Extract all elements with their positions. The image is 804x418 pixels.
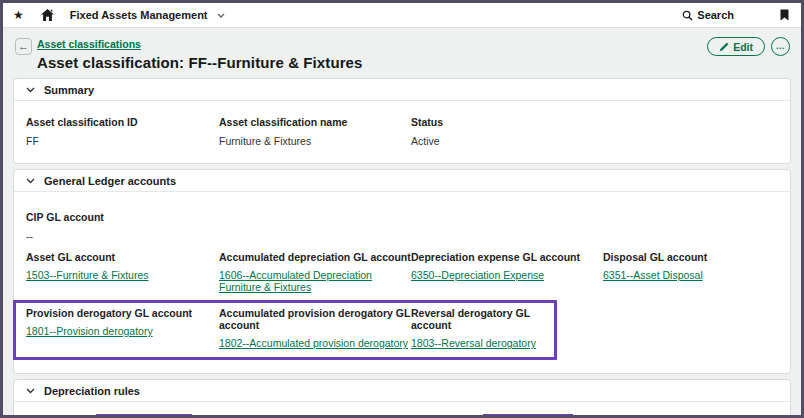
search-icon [682, 10, 693, 21]
star-icon: ★ [13, 9, 24, 21]
edit-button-label: Edit [733, 41, 753, 53]
reversal-derogatory-gl-account-link[interactable]: 1803--Reversal derogatory [411, 337, 536, 349]
depreciation-rules-section-title: Depreciation rules [44, 385, 140, 397]
field-label: Asset classification ID [26, 116, 219, 128]
header-actions: Edit ... [707, 37, 790, 56]
field-label: Status [411, 116, 778, 128]
top-bar: ★ Fixed Assets Management Search [3, 3, 801, 28]
field-label: Accumulated depreciation GL account [219, 251, 411, 263]
back-arrow-icon: ← [18, 41, 29, 52]
home-icon [41, 9, 54, 21]
chevron-down-icon [26, 178, 35, 184]
field-label: Asset GL account [26, 251, 219, 263]
summary-section-title: Summary [44, 84, 94, 96]
ellipsis-icon: ... [776, 41, 785, 51]
app-window: ★ Fixed Assets Management Search [0, 0, 804, 418]
field-label: CIP GL account [26, 211, 778, 223]
field-label: Depreciation expense GL account [411, 251, 603, 263]
summary-section: Summary Asset classification ID FF Asset… [13, 78, 791, 164]
app-name: Fixed Assets Management [70, 9, 208, 21]
app-switcher-menu[interactable]: Fixed Assets Management [70, 9, 225, 21]
title-block: Asset classifications Asset classificati… [37, 34, 363, 71]
highlight-box-coefficient [483, 414, 573, 418]
chevron-down-icon [26, 388, 35, 394]
gl-accounts-section-header[interactable]: General Ledger accounts [14, 170, 790, 192]
depreciation-rules-section-header[interactable]: Depreciation rules [14, 380, 790, 402]
gl-accounts-section: General Ledger accounts CIP GL account -… [13, 169, 791, 374]
bookmark-button[interactable] [780, 9, 789, 21]
field-cip-gl-account: CIP GL account -- [26, 211, 778, 242]
page-header: ← Asset classifications Asset classifica… [3, 28, 801, 78]
highlight-box-depreciation-method [96, 414, 192, 418]
asset-gl-account-link[interactable]: 1503--Furniture & Fixtures [26, 269, 149, 281]
back-button[interactable]: ← [15, 38, 32, 55]
pencil-icon [719, 42, 729, 52]
bookmark-icon [780, 9, 789, 21]
favorites-star-button[interactable]: ★ [13, 9, 24, 21]
depreciation-rules-section: Depreciation rules Depreciation ...↑ Dep… [13, 379, 791, 418]
breadcrumb: Asset classifications [37, 34, 363, 52]
field-label: Reversal derogatory GL account [411, 307, 554, 331]
breadcrumb-asset-classifications-link[interactable]: Asset classifications [37, 38, 141, 50]
field-label: Disposal GL account [603, 251, 778, 263]
gl-accounts-section-title: General Ledger accounts [44, 175, 176, 187]
depreciation-expense-gl-account-link[interactable]: 6350--Depreciation Expense [411, 269, 544, 281]
field-asset-gl-account: Asset GL account 1503--Furniture & Fixtu… [26, 251, 219, 295]
field-provision-derogatory-gl-account: Provision derogatory GL account 1801--Pr… [26, 307, 219, 351]
field-value: Furniture & Fixtures [219, 135, 411, 147]
provision-derogatory-gl-account-link[interactable]: 1801--Provision derogatory [26, 325, 153, 337]
accumulated-provision-derogatory-gl-account-link[interactable]: 1802--Accumulated provision derogatory [219, 337, 408, 349]
highlight-box-derogatory-accounts: Provision derogatory GL account 1801--Pr… [13, 300, 557, 360]
field-label: Asset classification name [219, 116, 411, 128]
more-options-button[interactable]: ... [771, 37, 790, 56]
chevron-down-icon [26, 87, 35, 93]
field-accumulated-depreciation-gl-account: Accumulated depreciation GL account 1606… [219, 251, 411, 295]
field-reversal-derogatory-gl-account: Reversal derogatory GL account 1803--Rev… [411, 307, 554, 351]
status-value: Active [411, 135, 778, 147]
summary-fields: Asset classification ID FF Asset classif… [14, 101, 790, 163]
gl-accounts-body: CIP GL account -- Asset GL account 1503-… [14, 192, 790, 373]
field-label: Accumulated provision derogatory GL acco… [219, 307, 411, 331]
search-button[interactable]: Search [682, 9, 734, 21]
field-depreciation-expense-gl-account: Depreciation expense GL account 6350--De… [411, 251, 603, 295]
field-disposal-gl-account: Disposal GL account 6351--Asset Disposal [603, 251, 778, 295]
field-value: FF [26, 135, 219, 147]
field-asset-classification-name: Asset classification name Furniture & Fi… [219, 116, 411, 147]
accumulated-depreciation-gl-account-link[interactable]: 1606--Accumulated Depreciation Furniture… [219, 269, 411, 293]
field-status: Status Active [411, 116, 778, 147]
home-button[interactable] [41, 9, 54, 21]
search-label: Search [697, 9, 734, 21]
page-title: Asset classification: FF--Furniture & Fi… [37, 54, 363, 71]
field-value: -- [26, 230, 778, 242]
gl-accounts-row: Asset GL account 1503--Furniture & Fixtu… [26, 251, 778, 295]
summary-section-header[interactable]: Summary [14, 79, 790, 101]
edit-button[interactable]: Edit [707, 37, 765, 56]
field-accumulated-provision-derogatory-gl-account: Accumulated provision derogatory GL acco… [219, 307, 411, 351]
field-label: Provision derogatory GL account [26, 307, 219, 319]
topbar-right: Search [682, 9, 789, 21]
field-asset-classification-id: Asset classification ID FF [26, 116, 219, 147]
disposal-gl-account-link[interactable]: 6351--Asset Disposal [603, 269, 703, 281]
chevron-down-icon [217, 13, 225, 18]
